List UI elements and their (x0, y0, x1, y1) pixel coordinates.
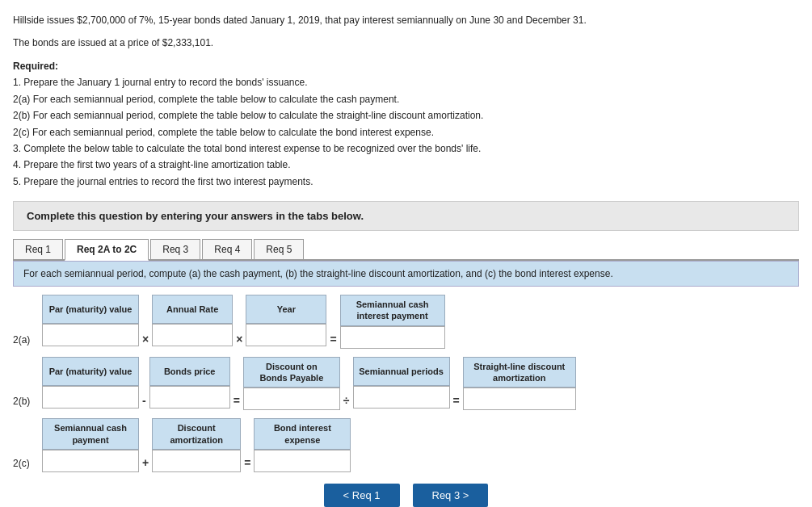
nav-buttons: < Req 1 Req 3 > (13, 484, 799, 507)
col-straight-line-2b: Straight-line discount amortization (463, 357, 576, 411)
col-discount-bonds-2b: Discount on Bonds Payable (243, 357, 340, 411)
col-annual-rate-2a: Annual Rate (152, 295, 233, 349)
input-bonds-price-2b[interactable] (149, 386, 230, 409)
input-straight-line-2b[interactable] (463, 388, 576, 410)
input-discount-amortization-2c[interactable] (152, 450, 241, 472)
input-discount-bonds-2b[interactable] (243, 388, 340, 410)
req-item-1: 1. Prepare the January 1 journal entry t… (13, 77, 308, 88)
calc-table-2b: Par (maturity) value - Bonds price = Dis… (42, 357, 576, 411)
req-item-4: 4. Prepare the first two years of a stra… (13, 159, 291, 170)
col-semiannual-cash-2c: Semiannual cash payment (42, 418, 139, 472)
col-year-2a: Year (246, 295, 326, 349)
req-item-2c: 2(c) For each semiannual period, complet… (13, 127, 434, 138)
col-par-maturity-2a: Par (maturity) value (42, 295, 139, 349)
prev-button[interactable]: < Req 1 (324, 484, 400, 507)
col-discount-amortization-2c: Discount amortization (152, 418, 241, 472)
col-par-maturity-2b: Par (maturity) value (42, 357, 139, 411)
section-2c: 2(c) Semiannual cash payment + Discount … (13, 418, 799, 472)
input-semiannual-periods-2b[interactable] (353, 386, 450, 409)
label-2b: 2(b) (13, 396, 42, 410)
calc-table-2a: Par (maturity) value × Annual Rate × Yea… (42, 295, 445, 349)
complete-box: Complete this question by entering your … (13, 201, 799, 231)
input-year-2a[interactable] (246, 324, 326, 346)
input-par-maturity-2a[interactable] (42, 324, 139, 346)
col-bonds-price-2b: Bonds price (149, 357, 230, 411)
req-item-5: 5. Prepare the journal entries to record… (13, 176, 313, 187)
col-semiannual-periods-2b: Semiannual periods (353, 357, 450, 411)
operator-equals-1: = (326, 295, 339, 349)
required-section: Required: 1. Prepare the January 1 journ… (13, 58, 799, 190)
tab-req5[interactable]: Req 5 (254, 239, 304, 259)
req-item-3: 3. Complete the below table to calculate… (13, 143, 481, 154)
operator-equals-2b-1: = (230, 357, 243, 411)
intro-paragraph: Hillside issues $2,700,000 of 7%, 15-yea… (13, 13, 799, 50)
operator-multiply-2: × (233, 295, 246, 349)
section-2a: 2(a) Par (maturity) value × Annual Rate … (13, 295, 799, 349)
col-semiannual-cash-2a: Semiannual cash interest payment (340, 295, 445, 349)
operator-equals-2c: = (241, 418, 254, 472)
label-2a: 2(a) (13, 334, 42, 349)
tab-req4[interactable]: Req 4 (202, 239, 252, 259)
label-2c: 2(c) (13, 458, 42, 472)
req-item-2a: 2(a) For each semiannual period, complet… (13, 94, 399, 105)
input-annual-rate-2a[interactable] (152, 324, 233, 346)
operator-plus-2c: + (139, 418, 152, 472)
instruction-bar: For each semiannual period, compute (a) … (13, 261, 799, 287)
operator-minus-2b: - (139, 357, 149, 411)
req-item-2b: 2(b) For each semiannual period, complet… (13, 110, 483, 121)
operator-equals-2b-2: = (450, 357, 463, 411)
input-semiannual-cash-2a[interactable] (340, 326, 445, 349)
tab-req3[interactable]: Req 3 (150, 239, 200, 259)
tabs-container: Req 1 Req 2A to 2C Req 3 Req 4 Req 5 (13, 239, 799, 261)
calc-table-2c: Semiannual cash payment + Discount amort… (42, 418, 351, 472)
operator-multiply-1: × (139, 295, 152, 349)
input-semiannual-cash-2c[interactable] (42, 450, 139, 472)
input-par-maturity-2b[interactable] (42, 386, 139, 409)
section-2b: 2(b) Par (maturity) value - Bonds price … (13, 357, 799, 411)
tab-req1[interactable]: Req 1 (13, 239, 63, 259)
next-button[interactable]: Req 3 > (413, 484, 489, 507)
col-bond-interest-2c: Bond interest expense (254, 418, 351, 472)
input-bond-interest-2c[interactable] (254, 450, 351, 472)
tab-req2a-2c[interactable]: Req 2A to 2C (65, 239, 149, 261)
operator-divide-2b: ÷ (340, 357, 353, 411)
